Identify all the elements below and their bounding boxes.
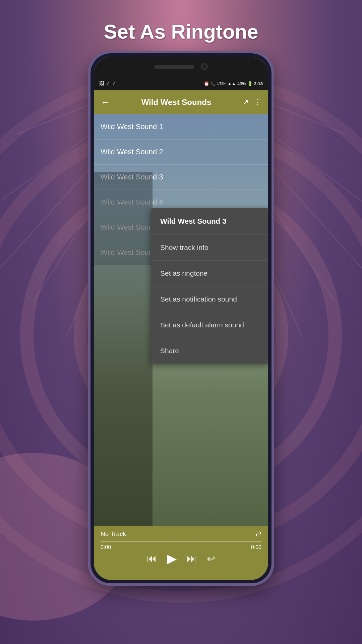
clock-label: 2:18 <box>254 81 263 86</box>
front-camera <box>201 63 208 70</box>
toolbar-actions: ↗ ⋮ <box>243 98 261 107</box>
phone-frame: 🖼 ✓ ✓ ⏰ 📞 LTE+ ▲▲ 49% 🔋 2:18 ← Wild West… <box>90 53 272 583</box>
more-button[interactable]: ⋮ <box>254 98 261 107</box>
battery-label: 49% <box>237 81 246 86</box>
time-end: 0:00 <box>251 544 261 550</box>
time-start: 0:00 <box>101 544 111 550</box>
player-controls: ⏮ ▶ ⏭ ↩ <box>94 551 268 566</box>
speaker <box>154 65 194 69</box>
progress-bar[interactable] <box>101 541 261 542</box>
context-menu-title: Wild West Sound 3 <box>151 208 268 235</box>
toolbar-title: Wild West Sounds <box>115 98 237 107</box>
signal-icon: ▲▲ <box>227 81 236 86</box>
image-status-icon: 🖼 <box>99 81 104 86</box>
lte-label: LTE+ <box>217 82 226 86</box>
phone-screen: 🖼 ✓ ✓ ⏰ 📞 LTE+ ▲▲ 49% 🔋 2:18 ← Wild West… <box>94 57 268 580</box>
player-track-info: No Track ⇄ <box>94 526 268 540</box>
shuffle-icon[interactable]: ⇄ <box>255 530 261 538</box>
next-button[interactable]: ⏭ <box>187 553 197 564</box>
list-item[interactable]: Wild West Sound 2 <box>94 140 268 165</box>
check-icon-2: ✓ <box>112 81 116 86</box>
repeat-button[interactable]: ↩ <box>207 553 215 565</box>
play-button[interactable]: ▶ <box>167 551 177 566</box>
call-icon: 📞 <box>210 81 216 86</box>
prev-button[interactable]: ⏮ <box>147 553 157 564</box>
dim-overlay <box>94 172 153 526</box>
player-time: 0:00 0:00 <box>94 544 268 551</box>
status-bar-right: ⏰ 📞 LTE+ ▲▲ 49% 🔋 2:18 <box>204 81 263 86</box>
status-bar: 🖼 ✓ ✓ ⏰ 📞 LTE+ ▲▲ 49% 🔋 2:18 <box>94 77 268 90</box>
content-area: Wild West Sound 1 Wild West Sound 2 Wild… <box>94 114 268 580</box>
bottom-player: No Track ⇄ 0:00 0:00 ⏮ ▶ ⏭ ↩ <box>94 526 268 580</box>
status-bar-left: 🖼 ✓ ✓ <box>99 81 116 86</box>
back-button[interactable]: ← <box>101 97 110 108</box>
page-title: Set As Ringtone <box>104 20 258 43</box>
app-toolbar: ← Wild West Sounds ↗ ⋮ <box>94 90 268 114</box>
alarm-icon: ⏰ <box>204 81 209 86</box>
no-track-label: No Track <box>101 530 126 538</box>
context-menu: Wild West Sound 3 Show track info Set as… <box>151 208 268 364</box>
context-menu-item-ringtone[interactable]: Set as ringtone <box>151 261 268 286</box>
check-icon-1: ✓ <box>106 81 110 86</box>
context-menu-item-track-info[interactable]: Show track info <box>151 235 268 261</box>
context-menu-item-alarm[interactable]: Set as default alarm sound <box>151 312 268 338</box>
context-menu-item-share[interactable]: Share <box>151 338 268 364</box>
notch <box>94 57 268 77</box>
context-menu-item-notification[interactable]: Set as notification sound <box>151 286 268 312</box>
list-item[interactable]: Wild West Sound 1 <box>94 114 268 140</box>
battery-icon: 🔋 <box>247 81 253 86</box>
share-button[interactable]: ↗ <box>243 98 249 107</box>
